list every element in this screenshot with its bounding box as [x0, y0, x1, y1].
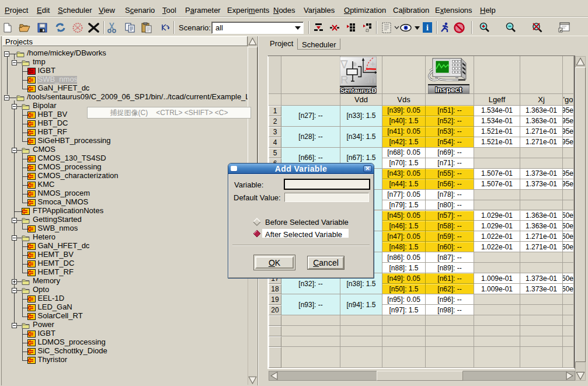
svg-text:R: R — [340, 74, 349, 86]
svg-text:SentaurusD: SentaurusD — [340, 87, 377, 94]
svg-text:dn: dn — [364, 73, 376, 85]
svg-text:i: i — [426, 23, 429, 32]
svg-text:Inspect: Inspect — [435, 85, 462, 94]
